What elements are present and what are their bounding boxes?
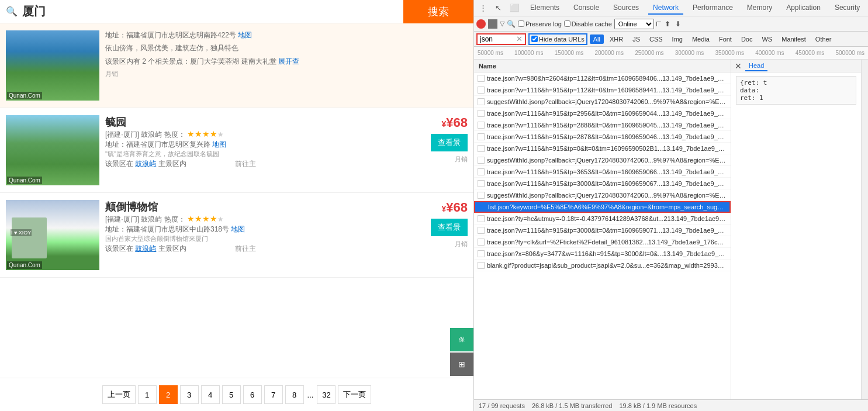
filter-type-manifest[interactable]: Manifest	[778, 34, 810, 44]
result-map-link-2[interactable]: 地图	[231, 225, 245, 233]
top-result-map-link[interactable]: 地图	[238, 31, 252, 39]
filter-type-js[interactable]: JS	[629, 34, 644, 44]
disable-cache-checkbox[interactable]	[564, 20, 570, 27]
row-icon-15	[478, 250, 485, 257]
import-icon[interactable]: ⬆	[663, 19, 672, 29]
tab-memory[interactable]: Memory	[742, 2, 777, 15]
filter-clear-btn[interactable]: ✕	[516, 35, 523, 43]
filter-type-img[interactable]: Img	[669, 34, 686, 44]
result-monthly-1: 月销	[455, 155, 468, 164]
scroll-stub[interactable]	[861, 60, 868, 399]
pagination: 上一页 1 2 3 4 5 6 7 8 ... 32 下一页	[0, 378, 473, 411]
preserve-log-checkbox[interactable]	[518, 20, 524, 27]
prev-page-btn[interactable]: 上一页	[102, 385, 136, 404]
page-btn-7[interactable]: 7	[264, 385, 283, 404]
request-row-8[interactable]: trace.json?w=1116&h=915&tp=3653&lt=0&tm=…	[474, 166, 731, 178]
filter-type-ws[interactable]: WS	[758, 34, 776, 44]
result-nav-hint-2: 前往主	[235, 244, 256, 253]
next-page-btn[interactable]: 下一页	[338, 385, 371, 404]
request-row-3[interactable]: trace.json?w=1116&h=915&tp=2956&lt=0&tm=…	[474, 108, 731, 119]
page-btn-2[interactable]: 2	[159, 385, 178, 404]
filter-type-font[interactable]: Font	[715, 34, 735, 44]
request-row-1[interactable]: trace.json?w=1116&h=915&tp=112&lt=0&tm=1…	[474, 84, 731, 96]
request-row-7[interactable]: suggestWithId.jsonp?callback=jQuery17204…	[474, 154, 731, 166]
tab-network[interactable]: Network	[648, 2, 683, 15]
filter-icon[interactable]: ▽	[500, 20, 504, 27]
devtools-device-icon[interactable]: ⬜	[508, 2, 521, 13]
request-row-5[interactable]: trace.json?w=1116&h=915&tp=2878&lt=0&tm=…	[474, 131, 731, 143]
result-map-link-1[interactable]: 地图	[212, 140, 226, 148]
page-btn-last[interactable]: 32	[317, 385, 336, 404]
tab-sources[interactable]: Sources	[608, 2, 644, 15]
request-row-14[interactable]: trace.json?ty=clk&url=%2Fticket%2Fdetail…	[474, 236, 731, 248]
disable-cache-label: Disable cache	[564, 20, 612, 27]
filter-type-other[interactable]: Other	[812, 34, 835, 44]
search-net-icon[interactable]: 🔍	[507, 20, 516, 28]
image-label-1: Qunan.Com	[7, 177, 42, 184]
filter-type-doc[interactable]: Doc	[738, 34, 756, 44]
page-btn-8[interactable]: 8	[285, 385, 304, 404]
hide-data-urls-checkbox[interactable]	[531, 36, 538, 42]
tab-security[interactable]: Security	[830, 2, 864, 15]
result-title-2: 颠倒博物馆	[105, 200, 426, 214]
top-result-item: Qunan.Com 地址：福建省厦门市忠明区忠明南路422号 地图 依山傍海，风…	[0, 23, 473, 108]
row-text-16: blank.gif?product=jsapi&sub_product=jsap…	[487, 262, 727, 269]
timeline-ticks: 50000 ms 100000 ms 150000 ms 200000 ms 2…	[478, 50, 864, 56]
tab-elements[interactable]: Elements	[525, 2, 564, 15]
request-row-0[interactable]: trace.json?w=980&h=2604&tp=112&lt=0&tm=1…	[474, 72, 731, 84]
headers-content: {ret: t data: ret: 1	[731, 72, 861, 399]
page-btn-3[interactable]: 3	[180, 385, 199, 404]
page-btn-5[interactable]: 5	[222, 385, 241, 404]
filter-input[interactable]	[480, 35, 515, 43]
result-region-anchor-2[interactable]: 鼓浪屿	[135, 244, 156, 253]
export-icon[interactable]: ⬇	[674, 19, 682, 29]
search-query: 厦门	[22, 4, 46, 19]
top-result-content: 地址：福建省厦门市忠明区忠明南路422号 地图 依山傍海，风景优美，建筑左仿，独…	[105, 30, 468, 101]
tab-application[interactable]: Application	[781, 2, 825, 15]
request-row-13[interactable]: trace.json?w=1116&h=915&tp=3000&lt=0&tm=…	[474, 225, 731, 236]
float-btn-bao[interactable]: 保	[450, 328, 473, 351]
request-row-2[interactable]: suggestWithId.jsonp?callback=jQuery17204…	[474, 96, 731, 108]
result-view-btn-1[interactable]: 查看景	[431, 134, 468, 151]
result-right-1: ¥¥68 查看景 月销	[431, 115, 468, 164]
tab-console[interactable]: Console	[569, 2, 604, 15]
tab-performance[interactable]: Performance	[688, 2, 738, 15]
float-btn-qr[interactable]: ⊞	[450, 353, 473, 376]
filter-type-all[interactable]: All	[590, 34, 604, 44]
filter-type-media[interactable]: Media	[689, 34, 713, 44]
chevron-icon[interactable]	[656, 22, 661, 26]
row-icon-4	[478, 122, 485, 129]
filter-type-xhr[interactable]: XHR	[606, 34, 627, 44]
headers-tab-head[interactable]: Head	[745, 61, 767, 71]
request-row-9[interactable]: trace.json?w=1116&h=915&tp=3000&lt=0&tm=…	[474, 178, 731, 189]
request-row-12[interactable]: trace.json?ty=hc&utmuy=-0.18t=-0.4379761…	[474, 213, 731, 225]
stop-btn[interactable]	[488, 19, 497, 29]
record-btn[interactable]	[476, 19, 486, 29]
image-label-2: Qunan.Com	[7, 261, 42, 269]
page-btn-1[interactable]: 1	[138, 385, 157, 404]
filter-type-css[interactable]: CSS	[646, 34, 666, 44]
throttle-select[interactable]: Online Fast 3G Slow 3G Offline	[614, 19, 654, 29]
close-btn[interactable]: ✕	[734, 61, 743, 71]
request-row-10[interactable]: suggestWithId.jsonp?callback=jQuery17204…	[474, 189, 731, 201]
result-view-btn-2[interactable]: 查看景	[431, 219, 468, 236]
tick-9: 450000 ms	[796, 50, 824, 56]
status-bar: 17 / 99 requests 26.8 kB / 1.5 MB transf…	[474, 399, 868, 411]
result-stars-1: ★★★★	[187, 129, 217, 139]
request-row-6[interactable]: trace.json?w=1116&h=915&tp=0&lt=0&tm=160…	[474, 143, 731, 154]
request-row-16[interactable]: blank.gif?product=jsapi&sub_product=jsap…	[474, 260, 731, 271]
page-btn-4[interactable]: 4	[201, 385, 220, 404]
request-row-15[interactable]: trace.json?x=806&y=3477&w=1116&h=915&tp=…	[474, 248, 731, 260]
devtools-inspect-icon[interactable]: ↖	[493, 2, 503, 13]
request-row-11[interactable]: list.json?keyword=%E5%8E%A6%E9%97%A8&reg…	[474, 201, 731, 213]
row-text-14: trace.json?ty=clk&url=%2Fticket%2Fdetail…	[487, 239, 727, 246]
name-column-header: Name	[474, 60, 731, 72]
tick-7: 350000 ms	[715, 50, 743, 56]
row-icon-8	[478, 168, 485, 175]
page-btn-6[interactable]: 6	[243, 385, 262, 404]
top-result-expand[interactable]: 展开查	[278, 57, 299, 65]
search-button[interactable]: 搜索	[403, 0, 473, 23]
result-region-anchor-1[interactable]: 鼓浪屿	[135, 160, 156, 168]
request-row-4[interactable]: trace.json?w=1116&h=915&tp=2888&lt=0&tm=…	[474, 119, 731, 131]
devtools-more-icon[interactable]: ⋮	[478, 2, 489, 13]
